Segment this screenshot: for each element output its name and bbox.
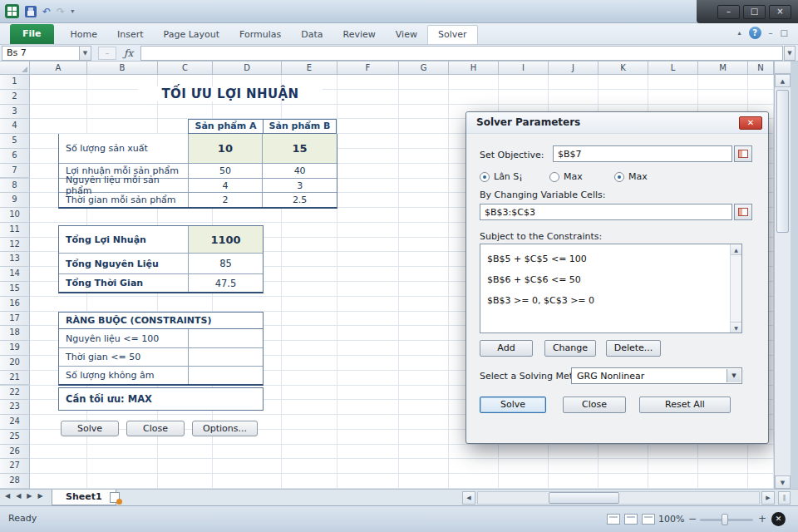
column-header-K[interactable]: K — [598, 62, 648, 75]
hscroll-left-icon[interactable]: ◀ — [462, 491, 475, 505]
name-box-dropdown-icon[interactable]: ▼ — [80, 46, 91, 61]
constraints-listbox[interactable]: $B$5 + $C$5 <= 100$B$6 + $C$6 <= 50$B$3 … — [480, 244, 742, 333]
row-header-23[interactable]: 23 — [0, 400, 30, 415]
set-objective-input[interactable]: $B$7 — [553, 145, 732, 162]
row-header-20[interactable]: 20 — [0, 356, 30, 371]
formula-input[interactable] — [140, 46, 783, 61]
total-value[interactable]: 47.5 — [189, 274, 263, 292]
name-box[interactable]: Bs 7 — [2, 46, 80, 61]
dialog-constraint-item-1[interactable]: $B$6 + $C$6 <= 50 — [480, 269, 741, 290]
column-header-D[interactable]: D — [213, 62, 282, 75]
column-header-G[interactable]: G — [399, 62, 449, 75]
delete-button[interactable]: Delete... — [606, 340, 661, 357]
row-header-21[interactable]: 21 — [0, 371, 30, 386]
row-header-7[interactable]: 7 — [0, 164, 30, 179]
column-header-M[interactable]: M — [698, 62, 748, 75]
column-header-J[interactable]: J — [549, 62, 598, 75]
column-header-H[interactable]: H — [449, 62, 499, 75]
workbook-restore-icon[interactable]: □ — [781, 28, 788, 37]
help-icon[interactable]: ? — [749, 27, 761, 39]
vertical-scrollbar[interactable]: ▲ ▼ — [774, 62, 791, 489]
scroll-up-icon[interactable]: ▲ — [775, 74, 791, 87]
total-value[interactable]: 85 — [189, 254, 263, 273]
cell-value-b[interactable]: 3 — [263, 179, 337, 192]
add-button[interactable]: Add — [480, 340, 533, 357]
close-button[interactable]: × — [769, 5, 791, 19]
dialog-close-icon[interactable]: ✕ — [739, 116, 762, 130]
row-header-13[interactable]: 13 — [0, 252, 30, 267]
row-header-5[interactable]: 5 — [0, 134, 30, 149]
minimize-button[interactable]: – — [717, 5, 740, 19]
redo-icon[interactable]: ↷ — [57, 6, 65, 17]
ribbon-tab-review[interactable]: Review — [333, 26, 386, 44]
close-button[interactable]: Close — [126, 421, 185, 436]
insert-function-icon[interactable]: ƒx — [124, 47, 133, 59]
row-header-27[interactable]: 27 — [0, 459, 30, 474]
objective-radio-2[interactable]: Max — [614, 171, 648, 182]
row-header-18[interactable]: 18 — [0, 326, 30, 341]
workbook-minimize-icon[interactable]: – — [769, 28, 773, 37]
dialog-reset-all-button[interactable]: Reset All — [639, 397, 731, 413]
column-header-L[interactable]: L — [648, 62, 698, 75]
ribbon-tab-home[interactable]: Home — [61, 26, 107, 44]
row-header-22[interactable]: 22 — [0, 386, 30, 401]
first-sheet-icon[interactable]: ◀ — [5, 492, 10, 500]
collapse-ribbon-icon[interactable]: ▴ — [738, 29, 741, 37]
ribbon-tab-insert[interactable]: Insert — [107, 26, 154, 44]
cell-value-a[interactable]: 10 — [189, 134, 264, 163]
range-selector-icon[interactable] — [734, 204, 752, 220]
row-header-1[interactable]: 1 — [0, 75, 30, 90]
horizontal-scroll-thumb[interactable] — [549, 492, 619, 504]
undo-icon[interactable]: ↶ — [42, 6, 51, 17]
row-header-14[interactable]: 14 — [0, 267, 30, 282]
range-selector-icon[interactable] — [734, 145, 752, 162]
formula-bar-expand-icon[interactable]: ▼ — [784, 46, 796, 61]
tab-split-grip[interactable]: ∥ — [778, 491, 791, 505]
column-header-E[interactable]: E — [282, 62, 337, 75]
row-header-2[interactable]: 2 — [0, 90, 30, 105]
dialog-constraint-item-0[interactable]: $B$5 + $C$5 <= 100 — [480, 249, 741, 269]
close-indicator-icon[interactable]: ✕ — [771, 512, 786, 526]
normal-view-icon[interactable] — [607, 514, 620, 525]
objective-radio-0[interactable]: Lân S¡ — [480, 171, 523, 182]
column-header-F[interactable]: F — [337, 62, 399, 75]
next-sheet-icon[interactable]: ▶ — [27, 492, 32, 500]
last-sheet-icon[interactable]: ▶ — [37, 492, 42, 500]
row-header-28[interactable]: 28 — [0, 474, 30, 489]
combo-dropdown-icon[interactable]: ▼ — [727, 369, 741, 382]
page-break-view-icon[interactable] — [642, 514, 655, 525]
radio-dot[interactable] — [549, 172, 559, 182]
split-handle[interactable] — [775, 62, 791, 74]
row-header-6[interactable]: 6 — [0, 149, 30, 164]
change-button[interactable]: Change — [544, 340, 596, 357]
row-header-17[interactable]: 17 — [0, 312, 30, 327]
row-header-3[interactable]: 3 — [0, 105, 30, 120]
zoom-slider-thumb[interactable] — [722, 514, 728, 525]
ribbon-tab-view[interactable]: View — [386, 26, 427, 44]
column-header-I[interactable]: I — [499, 62, 549, 75]
row-header-24[interactable]: 24 — [0, 415, 30, 430]
solving-method-select[interactable]: GRG Nonlinear ▼ — [571, 367, 742, 384]
sheet-nav-arrows[interactable]: ◀ ◀ ▶ ▶ — [5, 492, 43, 500]
zoom-out-icon[interactable]: − — [688, 513, 697, 525]
scroll-down-icon[interactable]: ▼ — [775, 475, 791, 489]
row-header-15[interactable]: 15 — [0, 282, 30, 297]
ribbon-tab-page-layout[interactable]: Page Layout — [154, 26, 230, 44]
save-icon[interactable] — [25, 6, 37, 17]
cell-value-b[interactable]: 15 — [263, 134, 337, 163]
ribbon-tab-formulas[interactable]: Formulas — [229, 26, 291, 44]
ribbon-tab-data[interactable]: Data — [291, 26, 332, 44]
zoom-in-icon[interactable]: + — [758, 513, 766, 525]
column-header-A[interactable]: A — [30, 62, 87, 75]
page-layout-view-icon[interactable] — [624, 514, 638, 525]
insert-worksheet-icon[interactable] — [110, 492, 120, 503]
dialog-close-button[interactable]: Close — [563, 397, 626, 413]
cell-value-a[interactable]: 4 — [189, 179, 264, 192]
solve-button[interactable]: Solve — [61, 421, 119, 436]
row-header-11[interactable]: 11 — [0, 223, 30, 238]
row-header-4[interactable]: 4 — [0, 119, 30, 134]
listbox-scrollbar[interactable]: ▲ ▼ — [730, 244, 741, 332]
by-changing-input[interactable]: $B$3:$C$3 — [480, 204, 732, 220]
column-header-C[interactable]: C — [158, 62, 213, 75]
total-value[interactable]: 1100 — [189, 226, 263, 253]
